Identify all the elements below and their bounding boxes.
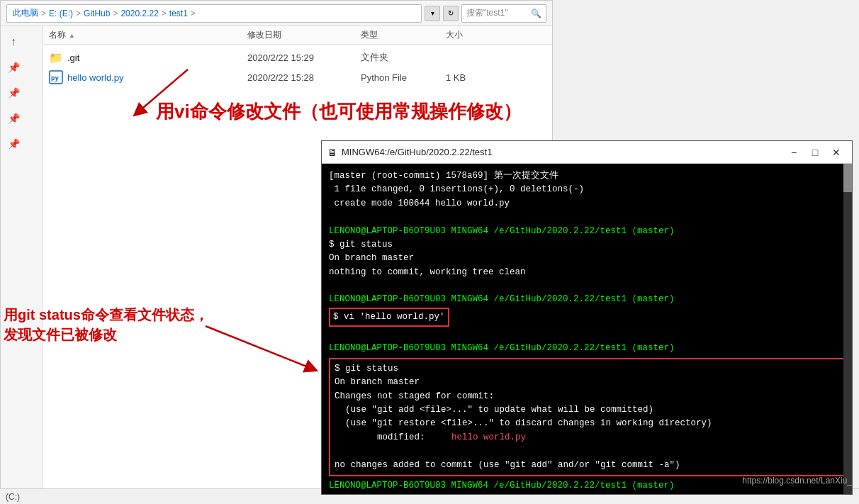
- git-status-block: $ git status On branch master Changes no…: [329, 358, 845, 476]
- file-size: 1 KB: [446, 72, 503, 83]
- annotation-bottom-left: 用git status命令查看文件状态， 发现文件已被修改: [4, 305, 208, 345]
- terminal-window: 🖥 MINGW64:/e/GitHub/2020.2.22/test1 − □ …: [321, 140, 853, 495]
- arrow-bottom: [198, 312, 340, 383]
- terminal-line: 1 file changed, 0 insertions(+), 0 delet…: [329, 183, 845, 196]
- search-box: 搜索"test1" 🔍: [461, 4, 546, 23]
- terminal-line: [329, 327, 845, 341]
- file-rows: 📁 .git 2020/2/22 15:29 文件夹 py hel: [43, 45, 552, 90]
- sort-arrow: ▲: [69, 32, 75, 39]
- terminal-line-vi: $ vi 'hello world.py': [329, 307, 845, 327]
- col-name-header[interactable]: 名称 ▲: [49, 29, 247, 41]
- terminal-scrollbar[interactable]: [843, 164, 852, 494]
- terminal-body: [master (root-commit) 1578a69] 第一次提交文件 1…: [322, 164, 852, 494]
- arrow-top: [124, 62, 209, 119]
- python-file-icon: py: [49, 70, 63, 84]
- breadcrumb-test1[interactable]: test1: [169, 9, 188, 18]
- terminal-icon: 🖥: [327, 147, 337, 158]
- file-name: .git: [67, 52, 247, 63]
- terminal-line: $: [329, 493, 845, 494]
- breadcrumb-github[interactable]: GitHub: [84, 9, 110, 18]
- status-text: (C:): [6, 492, 20, 502]
- address-bar: 此电脑 > E: (E:) > GitHub > 2020.2.22 > tes…: [1, 1, 552, 26]
- terminal-line: [329, 211, 845, 224]
- maximize-btn[interactable]: □: [805, 142, 825, 162]
- nav-up-btn[interactable]: ↑: [4, 32, 23, 52]
- terminal-line: LENONO@LAPTOP-B6OT9U03 MINGW64 /e/GitHub…: [329, 293, 845, 306]
- terminal-line-modified: modified: hello world.py: [335, 431, 839, 444]
- folder-icon: 📁: [49, 50, 63, 65]
- nav-refresh-btn[interactable]: ↻: [443, 6, 459, 21]
- terminal-titlebar: 🖥 MINGW64:/e/GitHub/2020.2.22/test1 − □ …: [322, 141, 852, 164]
- file-date: 2020/2/22 15:28: [247, 72, 361, 83]
- terminal-line: LENONO@LAPTOP-B6OT9U03 MINGW64 /e/GitHub…: [329, 342, 845, 355]
- terminal-line: no changes added to commit (use "git add…: [335, 459, 839, 472]
- terminal-line: (use "git add <file>..." to update what …: [335, 403, 839, 417]
- terminal-line: [329, 279, 845, 293]
- terminal-line: create mode 100644 hello world.py: [329, 197, 845, 211]
- file-date: 2020/2/22 15:29: [247, 52, 361, 63]
- terminal-line: Changes not staged for commit:: [335, 390, 839, 403]
- search-text: 搜索"test1": [466, 7, 531, 19]
- col-size-header[interactable]: 大小: [446, 29, 503, 41]
- nav-dropdown-btn[interactable]: ▾: [425, 6, 440, 21]
- terminal-line: [master (root-commit) 1578a69] 第一次提交文件: [329, 169, 845, 183]
- vi-command-highlight: $ vi 'hello world.py': [329, 308, 449, 327]
- svg-line-3: [138, 69, 188, 112]
- terminal-line: (use "git restore <file>..." to discard …: [335, 417, 839, 430]
- sidebar-nav: ↑ 📌 📌 📌 📌: [1, 26, 43, 503]
- terminal-line: $ git status: [335, 362, 839, 376]
- col-type-header[interactable]: 类型: [361, 29, 446, 41]
- terminal-line: $ git status: [329, 238, 845, 252]
- watermark: https://blog.csdn.net/LanXiu_: [742, 476, 852, 486]
- nav-pin2-btn[interactable]: 📌: [4, 83, 23, 103]
- terminal-line: On branch master: [335, 376, 839, 389]
- terminal-title: MINGW64:/e/GitHub/2020.2.22/test1: [342, 147, 784, 157]
- file-type: Python File: [361, 72, 446, 83]
- svg-line-5: [206, 326, 312, 369]
- breadcrumb-pc[interactable]: 此电脑: [13, 7, 38, 19]
- nav-pin-btn[interactable]: 📌: [4, 57, 23, 77]
- close-btn[interactable]: ✕: [826, 142, 846, 162]
- breadcrumb-drive[interactable]: E: (E:): [49, 9, 73, 18]
- file-type: 文件夹: [361, 51, 446, 64]
- breadcrumb-date[interactable]: 2020.2.22: [120, 9, 158, 18]
- terminal-line: LENONO@LAPTOP-B6OT9U03 MINGW64 /e/GitHub…: [329, 225, 845, 238]
- column-headers: 名称 ▲ 修改日期 类型 大小: [43, 26, 552, 45]
- svg-text:py: py: [51, 74, 59, 82]
- breadcrumb[interactable]: 此电脑 > E: (E:) > GitHub > 2020.2.22 > tes…: [6, 4, 422, 23]
- search-icon[interactable]: 🔍: [531, 9, 541, 18]
- terminal-line: On branch master: [329, 252, 845, 265]
- annotation-top: 用vi命令修改文件（也可使用常规操作修改）: [156, 99, 522, 124]
- minimize-btn[interactable]: −: [784, 142, 804, 162]
- terminal-controls: − □ ✕: [784, 142, 846, 162]
- nav-pin4-btn[interactable]: 📌: [4, 134, 23, 154]
- terminal-line: nothing to commit, working tree clean: [329, 266, 845, 279]
- nav-pin3-btn[interactable]: 📌: [4, 108, 23, 128]
- scrollbar-thumb[interactable]: [843, 164, 852, 192]
- col-date-header[interactable]: 修改日期: [247, 29, 361, 41]
- terminal-line: [335, 444, 839, 458]
